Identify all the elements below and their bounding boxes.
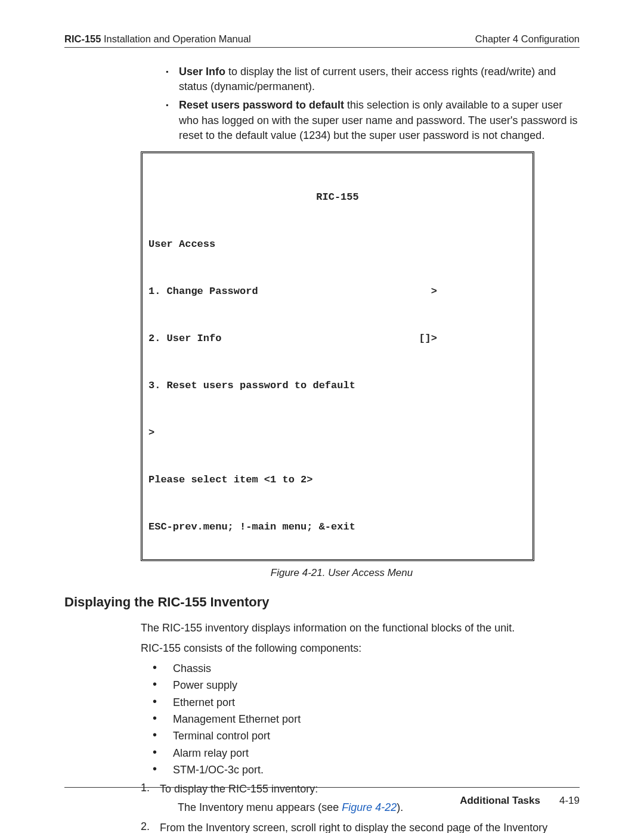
page-footer: Additional Tasks 4-19 — [64, 787, 580, 807]
chapter-label: Chapter 4 Configuration — [475, 33, 580, 45]
list-item: •STM-1/OC-3c port. — [153, 763, 580, 777]
dot-bullet-icon: • — [153, 763, 173, 777]
list-item-text: User Info to display the list of current… — [179, 64, 580, 94]
dot-bullet-icon: • — [153, 661, 173, 676]
step-item: 2. From the Inventory screen, scroll rig… — [141, 820, 580, 833]
bold-term: Reset users password to default — [179, 99, 344, 111]
component-text: Ethernet port — [173, 695, 580, 710]
list-item: •Management Ethernet port — [153, 712, 580, 726]
list-item: ▪ User Info to display the list of curre… — [166, 64, 580, 94]
component-list: •Chassis •Power supply •Ethernet port •M… — [153, 661, 580, 777]
component-text: STM-1/OC-3c port. — [173, 763, 580, 777]
item-rest: to display the list of current users, th… — [179, 66, 556, 92]
terminal-select-line: Please select item <1 to 2> — [148, 472, 527, 488]
list-item: •Alarm relay port — [153, 746, 580, 760]
terminal-menu-item: 2. User Info[]> — [148, 331, 527, 346]
dot-bullet-icon: • — [153, 712, 173, 726]
bold-term: User Info — [179, 66, 225, 78]
square-bullet-icon: ▪ — [166, 64, 179, 94]
body-paragraph: RIC-155 consists of the following compon… — [141, 641, 580, 655]
page-number: 4-19 — [559, 795, 580, 807]
dot-bullet-icon: • — [153, 729, 173, 743]
terminal-title: RIC-155 — [148, 190, 527, 205]
list-item: ▪ Reset users password to default this s… — [166, 98, 580, 143]
menu-label: 3. Reset users password to default — [148, 378, 355, 394]
terminal-nav-line: ESC-prev.menu; !-main menu; &-exit — [148, 519, 527, 535]
doc-title: Installation and Operation Manual — [101, 33, 250, 44]
intro-list: ▪ User Info to display the list of curre… — [166, 64, 580, 143]
figure-caption: Figure 4-21. User Access Menu — [104, 567, 580, 579]
terminal-prompt: > — [148, 425, 527, 441]
list-item-text: Reset users password to default this sel… — [179, 98, 580, 143]
terminal-screenshot: RIC-155 User Access 1. Change Password> … — [141, 151, 534, 561]
list-item: •Power supply — [153, 678, 580, 692]
component-text: Power supply — [173, 678, 580, 692]
component-text: Alarm relay port — [173, 746, 580, 760]
menu-label: 2. User Info — [148, 331, 221, 346]
square-bullet-icon: ▪ — [166, 98, 179, 143]
list-item: •Terminal control port — [153, 729, 580, 743]
dot-bullet-icon: • — [153, 678, 173, 692]
terminal-menu-title: User Access — [148, 237, 527, 252]
step-text: From the Inventory screen, scroll right … — [160, 820, 580, 833]
component-text: Chassis — [173, 661, 580, 676]
page-header: RIC-155 Installation and Operation Manua… — [64, 33, 580, 48]
product-name: RIC-155 — [64, 33, 101, 44]
dot-bullet-icon: • — [153, 746, 173, 760]
component-text: Terminal control port — [173, 729, 580, 743]
body-paragraph: The RIC-155 inventory displays informati… — [141, 621, 580, 635]
section-heading: Displaying the RIC-155 Inventory — [64, 594, 580, 610]
menu-marker: []> — [419, 331, 437, 346]
menu-label: 1. Change Password — [148, 284, 258, 299]
terminal-menu-item: 1. Change Password> — [148, 284, 527, 299]
list-item: •Chassis — [153, 661, 580, 676]
list-item: •Ethernet port — [153, 695, 580, 710]
component-text: Management Ethernet port — [173, 712, 580, 726]
numbered-steps: 2. From the Inventory screen, scroll rig… — [141, 820, 580, 833]
header-left: RIC-155 Installation and Operation Manua… — [64, 33, 251, 45]
dot-bullet-icon: • — [153, 695, 173, 710]
footer-section-title: Additional Tasks — [460, 795, 540, 807]
menu-marker: > — [431, 284, 437, 299]
terminal-menu-item: 3. Reset users password to default — [148, 378, 527, 394]
step-number: 2. — [141, 820, 160, 833]
